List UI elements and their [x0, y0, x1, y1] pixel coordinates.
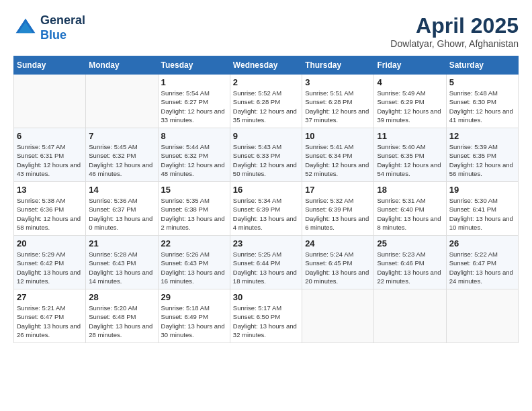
day-info: Sunrise: 5:38 AMSunset: 6:36 PMDaylight:…: [17, 196, 83, 232]
calendar-cell: 21Sunrise: 5:28 AMSunset: 6:43 PMDayligh…: [86, 236, 158, 289]
calendar-cell: 17Sunrise: 5:32 AMSunset: 6:39 PMDayligh…: [302, 182, 374, 236]
day-info: Sunrise: 5:24 AMSunset: 6:45 PMDaylight:…: [305, 250, 371, 285]
calendar-cell: 20Sunrise: 5:29 AMSunset: 6:42 PMDayligh…: [14, 236, 86, 289]
calendar-cell: 16Sunrise: 5:34 AMSunset: 6:39 PMDayligh…: [230, 182, 302, 236]
calendar-cell: 7Sunrise: 5:45 AMSunset: 6:32 PMDaylight…: [86, 128, 158, 182]
calendar-week-3: 13Sunrise: 5:38 AMSunset: 6:36 PMDayligh…: [14, 182, 519, 236]
calendar-cell: 12Sunrise: 5:39 AMSunset: 6:35 PMDayligh…: [446, 128, 518, 182]
calendar-header-row: SundayMondayTuesdayWednesdayThursdayFrid…: [14, 56, 519, 75]
weekday-header-friday: Friday: [374, 56, 446, 75]
day-number: 27: [17, 292, 83, 302]
weekday-header-thursday: Thursday: [302, 56, 374, 75]
calendar-cell: 11Sunrise: 5:40 AMSunset: 6:35 PMDayligh…: [374, 128, 446, 182]
day-info: Sunrise: 5:45 AMSunset: 6:32 PMDaylight:…: [89, 142, 154, 178]
calendar-cell: 25Sunrise: 5:23 AMSunset: 6:46 PMDayligh…: [374, 236, 446, 289]
day-number: 5: [449, 77, 515, 87]
day-info: Sunrise: 5:20 AMSunset: 6:48 PMDaylight:…: [89, 304, 154, 339]
day-info: Sunrise: 5:18 AMSunset: 6:49 PMDaylight:…: [161, 304, 227, 339]
day-number: 14: [89, 185, 154, 195]
calendar-cell: 4Sunrise: 5:49 AMSunset: 6:29 PMDaylight…: [374, 75, 446, 128]
day-number: 13: [17, 185, 83, 195]
calendar-cell: 14Sunrise: 5:36 AMSunset: 6:37 PMDayligh…: [86, 182, 158, 236]
day-number: 16: [233, 185, 299, 195]
day-number: 3: [305, 77, 371, 87]
day-number: 21: [89, 238, 154, 248]
day-number: 24: [305, 238, 371, 248]
day-info: Sunrise: 5:40 AMSunset: 6:35 PMDaylight:…: [377, 142, 443, 178]
calendar-cell: 30Sunrise: 5:17 AMSunset: 6:50 PMDayligh…: [230, 289, 302, 343]
day-info: Sunrise: 5:48 AMSunset: 6:30 PMDaylight:…: [449, 89, 515, 124]
logo-text: General Blue: [40, 13, 85, 42]
day-number: 1: [161, 77, 227, 87]
calendar-week-4: 20Sunrise: 5:29 AMSunset: 6:42 PMDayligh…: [14, 236, 519, 289]
calendar-cell: 22Sunrise: 5:26 AMSunset: 6:43 PMDayligh…: [158, 236, 230, 289]
calendar-cell: [14, 75, 86, 128]
day-number: 30: [233, 292, 299, 302]
day-info: Sunrise: 5:49 AMSunset: 6:29 PMDaylight:…: [377, 89, 443, 124]
day-info: Sunrise: 5:26 AMSunset: 6:43 PMDaylight:…: [161, 250, 227, 285]
day-number: 17: [305, 185, 371, 195]
day-info: Sunrise: 5:43 AMSunset: 6:33 PMDaylight:…: [233, 142, 299, 178]
day-info: Sunrise: 5:52 AMSunset: 6:28 PMDaylight:…: [233, 89, 299, 124]
weekday-header-tuesday: Tuesday: [158, 56, 230, 75]
day-info: Sunrise: 5:29 AMSunset: 6:42 PMDaylight:…: [17, 250, 83, 285]
logo: General Blue: [13, 13, 85, 42]
day-number: 15: [161, 185, 227, 195]
day-info: Sunrise: 5:31 AMSunset: 6:40 PMDaylight:…: [377, 196, 443, 232]
calendar-cell: 27Sunrise: 5:21 AMSunset: 6:47 PMDayligh…: [14, 289, 86, 343]
day-info: Sunrise: 5:17 AMSunset: 6:50 PMDaylight:…: [233, 304, 299, 339]
location: Dowlatyar, Ghowr, Afghanistan: [390, 38, 519, 49]
calendar-cell: 15Sunrise: 5:35 AMSunset: 6:38 PMDayligh…: [158, 182, 230, 236]
day-number: 19: [449, 185, 515, 195]
day-info: Sunrise: 5:47 AMSunset: 6:31 PMDaylight:…: [17, 142, 83, 178]
calendar-cell: 26Sunrise: 5:22 AMSunset: 6:47 PMDayligh…: [446, 236, 518, 289]
weekday-header-saturday: Saturday: [446, 56, 518, 75]
page-header: General Blue April 2025 Dowlatyar, Ghowr…: [13, 13, 519, 49]
calendar-week-1: 1Sunrise: 5:54 AMSunset: 6:27 PMDaylight…: [14, 75, 519, 128]
day-number: 28: [89, 292, 154, 302]
calendar-cell: 28Sunrise: 5:20 AMSunset: 6:48 PMDayligh…: [86, 289, 158, 343]
day-number: 12: [449, 131, 515, 141]
day-info: Sunrise: 5:51 AMSunset: 6:28 PMDaylight:…: [305, 89, 371, 124]
day-number: 11: [377, 131, 443, 141]
day-number: 6: [17, 131, 83, 141]
day-number: 2: [233, 77, 299, 87]
day-info: Sunrise: 5:23 AMSunset: 6:46 PMDaylight:…: [377, 250, 443, 285]
day-number: 22: [161, 238, 227, 248]
calendar-cell: 10Sunrise: 5:41 AMSunset: 6:34 PMDayligh…: [302, 128, 374, 182]
calendar-cell: [302, 289, 374, 343]
calendar-cell: 29Sunrise: 5:18 AMSunset: 6:49 PMDayligh…: [158, 289, 230, 343]
day-info: Sunrise: 5:21 AMSunset: 6:47 PMDaylight:…: [17, 304, 83, 339]
weekday-header-sunday: Sunday: [14, 56, 86, 75]
day-number: 4: [377, 77, 443, 87]
day-number: 8: [161, 131, 227, 141]
logo-icon: [13, 16, 38, 40]
day-info: Sunrise: 5:22 AMSunset: 6:47 PMDaylight:…: [449, 250, 515, 285]
day-number: 25: [377, 238, 443, 248]
calendar-cell: 9Sunrise: 5:43 AMSunset: 6:33 PMDaylight…: [230, 128, 302, 182]
calendar-cell: 19Sunrise: 5:30 AMSunset: 6:41 PMDayligh…: [446, 182, 518, 236]
day-number: 9: [233, 131, 299, 141]
calendar-cell: 23Sunrise: 5:25 AMSunset: 6:44 PMDayligh…: [230, 236, 302, 289]
calendar-week-2: 6Sunrise: 5:47 AMSunset: 6:31 PMDaylight…: [14, 128, 519, 182]
day-info: Sunrise: 5:25 AMSunset: 6:44 PMDaylight:…: [233, 250, 299, 285]
day-number: 29: [161, 292, 227, 302]
day-number: 10: [305, 131, 371, 141]
month-title: April 2025: [390, 13, 519, 38]
weekday-header-monday: Monday: [86, 56, 158, 75]
day-info: Sunrise: 5:34 AMSunset: 6:39 PMDaylight:…: [233, 196, 299, 232]
calendar-table: SundayMondayTuesdayWednesdayThursdayFrid…: [13, 56, 519, 343]
calendar-cell: 2Sunrise: 5:52 AMSunset: 6:28 PMDaylight…: [230, 75, 302, 128]
day-number: 20: [17, 238, 83, 248]
day-info: Sunrise: 5:35 AMSunset: 6:38 PMDaylight:…: [161, 196, 227, 232]
calendar-cell: 6Sunrise: 5:47 AMSunset: 6:31 PMDaylight…: [14, 128, 86, 182]
day-info: Sunrise: 5:30 AMSunset: 6:41 PMDaylight:…: [449, 196, 515, 232]
calendar-cell: 1Sunrise: 5:54 AMSunset: 6:27 PMDaylight…: [158, 75, 230, 128]
day-number: 7: [89, 131, 154, 141]
calendar-cell: [86, 75, 158, 128]
weekday-header-wednesday: Wednesday: [230, 56, 302, 75]
calendar-cell: 3Sunrise: 5:51 AMSunset: 6:28 PMDaylight…: [302, 75, 374, 128]
calendar-week-5: 27Sunrise: 5:21 AMSunset: 6:47 PMDayligh…: [14, 289, 519, 343]
day-number: 23: [233, 238, 299, 248]
calendar-cell: [374, 289, 446, 343]
